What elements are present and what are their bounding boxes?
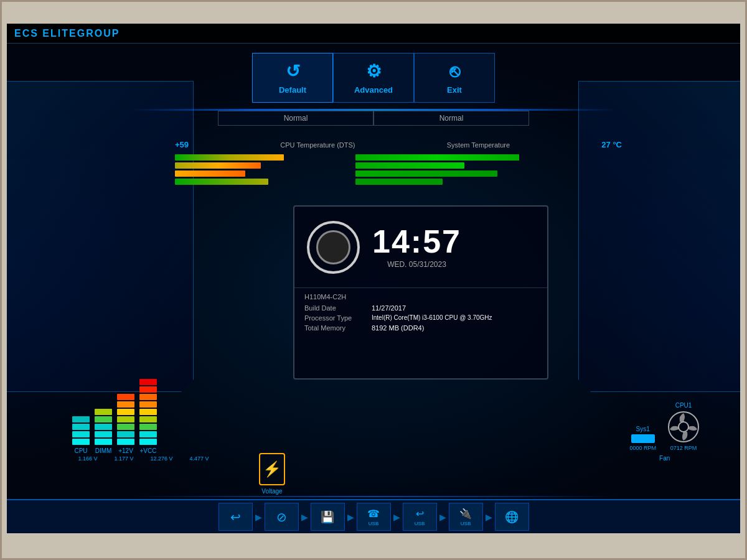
toolbar-icon-2: ⊘ — [276, 510, 287, 525]
toolbar-btn-4[interactable]: ☎ USB — [357, 503, 391, 531]
clock-inner — [316, 230, 350, 264]
nav-label-exit: Exit — [447, 85, 462, 95]
eq-group-vcc — [139, 348, 157, 445]
cpu-bar-3 — [175, 170, 245, 177]
vcc-seg-3 — [139, 424, 157, 430]
default-icon: ↺ — [286, 61, 300, 82]
clock-date: WED. 05/31/2023 — [372, 260, 461, 269]
eq-label-cpu: CPU — [72, 447, 90, 454]
voltage-label: Voltage — [261, 488, 282, 495]
exit-icon: ⎋ — [449, 62, 460, 82]
arrow-1: ▶ — [254, 512, 263, 522]
nav-btn-exit[interactable]: ⎋ Exit — [414, 53, 495, 103]
toolbar-icon-3: 💾 — [321, 510, 334, 524]
eq-label-dimm: DIMM — [95, 447, 112, 454]
dimm-seg-1 — [95, 439, 112, 445]
12v-seg-4 — [117, 416, 134, 422]
info-row-memory: Total Memory 8192 MB (DDR4) — [304, 324, 537, 332]
center-panel: 14:57 WED. 05/31/2023 H110M4-C2H Build D… — [293, 205, 548, 380]
arrow-3: ▶ — [346, 512, 355, 522]
sys-bar-2 — [355, 162, 464, 169]
toolbar-btn-6[interactable]: 🔌 USB — [449, 503, 483, 531]
toolbar-btn-3[interactable]: 💾 — [311, 503, 345, 531]
fan-item-sys1: Sys1 0000 RPM — [629, 426, 656, 451]
main-content: ↺ Default ⚙ Advanced ⎋ Exit Normal Norma… — [7, 44, 740, 533]
dimm-seg-5 — [95, 409, 112, 415]
top-nav: ↺ Default ⚙ Advanced ⎋ Exit — [252, 53, 495, 103]
cpu-temp-label: CPU Temperature (DTS) — [280, 141, 355, 149]
cpu-bar-1 — [175, 154, 284, 161]
sys-temp-status: Normal — [374, 111, 529, 126]
monitor-bezel: ECS ELITEGROUP ↺ Default ⚙ Advanced ⎋ — [0, 0, 747, 560]
eq-group-cpu — [72, 348, 90, 445]
clock-circle — [307, 221, 360, 274]
sys-temp-value: 27 °C — [601, 140, 622, 149]
eq-group-12v — [117, 348, 134, 445]
nav-btn-default[interactable]: ↺ Default — [252, 53, 333, 103]
sys1-label: Sys1 — [636, 426, 650, 432]
12v-seg-7 — [117, 394, 134, 400]
fan-section: Sys1 0000 RPM CPU1 — [629, 402, 700, 462]
12v-seg-6 — [117, 401, 134, 408]
model-name: H110M4-C2H — [304, 293, 537, 304]
system-info-panel: H110M4-C2H Build Date 11/27/2017 Process… — [294, 287, 547, 378]
memory-label: Total Memory — [304, 324, 367, 332]
bg-panel-right — [578, 81, 740, 392]
cpu1-label: CPU1 — [675, 402, 692, 409]
eq-group-dimm — [95, 348, 112, 445]
eq-label-vcc: +VCC — [139, 447, 157, 454]
sys1-indicator — [631, 434, 655, 443]
toolbar-label-4: USB — [369, 521, 378, 526]
toolbar-btn-1[interactable]: ↩ — [218, 503, 253, 531]
glow-line-bottom — [131, 496, 616, 497]
toolbar-label-6: USB — [461, 521, 471, 526]
eq-val-12v: 12.276 V — [144, 455, 179, 462]
cpu-bar-4 — [175, 179, 268, 185]
toolbar-btn-7[interactable]: 🌐 — [495, 503, 529, 531]
cpu-temp-value: +59 — [175, 140, 189, 149]
toolbar-btn-2[interactable]: ⊘ — [265, 503, 299, 531]
brand-text: ECS ELITEGROUP — [14, 28, 120, 39]
12v-seg-5 — [117, 409, 134, 415]
processor-val: Intel(R) Core(TM) i3-6100 CPU @ 3.70GHz — [372, 314, 492, 322]
memory-val: 8192 MB (DDR4) — [372, 324, 424, 332]
center-panel-top: 14:57 WED. 05/31/2023 — [294, 207, 547, 287]
build-date-val: 11/27/2017 — [372, 304, 406, 312]
vcc-seg-1 — [139, 439, 157, 445]
cpu-seg-4 — [72, 416, 90, 422]
build-date-label: Build Date — [304, 304, 367, 312]
toolbar-btn-5[interactable]: ↩ USB — [403, 503, 437, 531]
cpu-seg-3 — [72, 424, 90, 430]
dimm-seg-4 — [95, 416, 112, 422]
cpu-temp-bars — [175, 154, 331, 185]
vcc-seg-5 — [139, 409, 157, 415]
eq-label-12v: +12V — [117, 447, 134, 454]
12v-seg-2 — [117, 431, 134, 437]
sys-temp-label: System Temperature — [447, 141, 510, 149]
eq-val-dimm: 1.177 V — [108, 455, 139, 462]
arrow-2: ▶ — [300, 512, 309, 522]
eq-val-vcc: 4.477 V — [184, 455, 215, 462]
arrow-4: ▶ — [392, 512, 402, 522]
vcc-seg-2 — [139, 431, 157, 437]
clock-time: 14:57 — [372, 225, 461, 258]
sys1-speed: 0000 RPM — [629, 445, 656, 451]
sys-temp-bars — [355, 154, 573, 185]
nav-btn-advanced[interactable]: ⚙ Advanced — [333, 53, 414, 103]
voltage-icon: ⚡ — [259, 453, 285, 485]
clock-display: 14:57 WED. 05/31/2023 — [372, 225, 461, 269]
toolbar-icon-6: 🔌 — [459, 508, 472, 520]
cpu1-speed: 0712 RPM — [670, 445, 697, 451]
processor-label: Processor Type — [304, 314, 367, 322]
vcc-seg-9 — [139, 379, 157, 385]
cpu-seg-2 — [72, 431, 90, 437]
eq-val-cpu: 1.166 V — [72, 455, 103, 462]
eq-section: CPU DIMM +12V +VCC 1.166 V 1.177 V 12.27… — [72, 342, 296, 462]
dimm-seg-3 — [95, 424, 112, 430]
info-row-processor: Processor Type Intel(R) Core(TM) i3-6100… — [304, 314, 537, 322]
12v-seg-3 — [117, 424, 134, 430]
cpu-seg-1 — [72, 439, 90, 445]
cpu-temp-status: Normal — [218, 111, 374, 126]
toolbar-icon-1: ↩ — [230, 510, 241, 525]
toolbar-icon-4: ☎ — [367, 508, 380, 520]
